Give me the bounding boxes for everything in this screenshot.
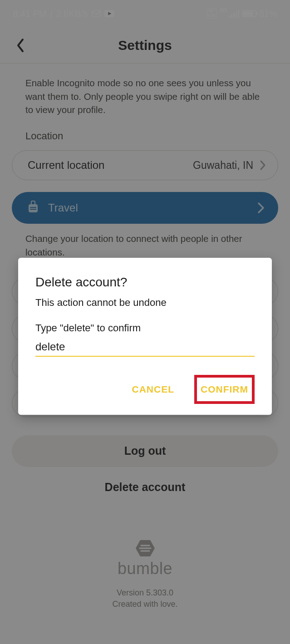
confirm-button[interactable]: CONFIRM: [197, 378, 252, 401]
dialog-actions: CANCEL CONFIRM: [35, 375, 255, 404]
dialog-instruction: Type "delete" to confirm: [35, 322, 255, 334]
delete-confirm-input[interactable]: [35, 340, 255, 353]
dialog-title: Delete account?: [35, 275, 255, 290]
dialog-subtitle: This action cannot be undone: [35, 297, 255, 309]
delete-account-dialog: Delete account? This action cannot be un…: [18, 258, 272, 415]
dialog-input-wrap: [35, 340, 255, 357]
confirm-highlight-box: CONFIRM: [194, 375, 255, 404]
cancel-button[interactable]: CANCEL: [128, 378, 178, 401]
